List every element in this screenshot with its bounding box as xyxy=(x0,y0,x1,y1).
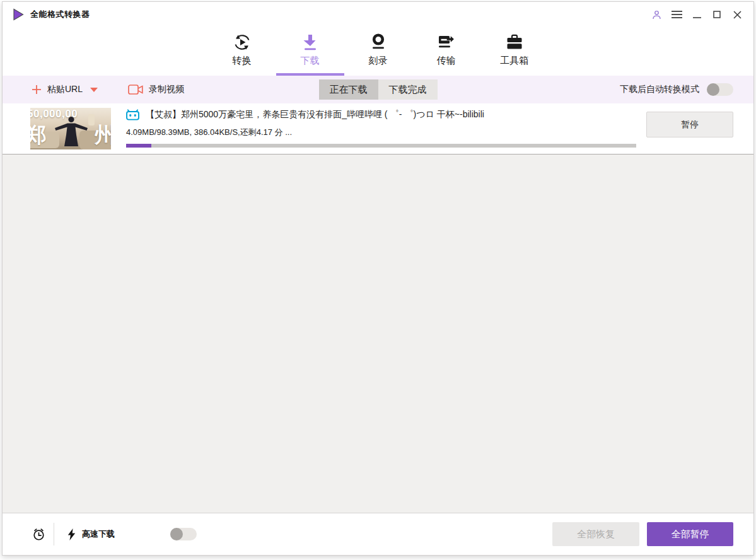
thumbnail-overlay-text: 州 xyxy=(95,121,111,149)
menu-icon[interactable] xyxy=(670,8,683,21)
lightning-icon xyxy=(67,528,76,540)
close-icon[interactable] xyxy=(731,8,743,21)
toolbox-icon xyxy=(505,33,524,53)
download-toolbar: 粘贴URL 录制视频 正在下载 下载完成 下载后自动转换模式 xyxy=(3,76,753,103)
high-speed-toggle[interactable] xyxy=(170,528,197,540)
download-state-tabs: 正在下载 下载完成 xyxy=(319,79,438,100)
paste-url-button[interactable]: 粘贴URL xyxy=(32,84,98,95)
maximize-icon[interactable] xyxy=(711,8,723,21)
toggle-knob xyxy=(170,528,183,540)
resume-all-button[interactable]: 全部恢复 xyxy=(552,522,639,546)
auto-convert-toggle[interactable] xyxy=(707,83,733,96)
download-stats: 4.09MB/98.39MB, 386.04KB/S,还剩4.17 分 ... xyxy=(126,127,636,138)
burn-icon xyxy=(369,33,388,53)
pause-button[interactable]: 暂停 xyxy=(646,112,733,137)
caret-down-icon[interactable] xyxy=(90,88,98,92)
tab-toolbox[interactable]: 工具箱 xyxy=(492,27,537,76)
transfer-icon xyxy=(437,33,456,53)
plus-icon xyxy=(32,85,42,95)
thumbnail-overlay-text: 郑 xyxy=(30,121,47,149)
tab-download-finished[interactable]: 下载完成 xyxy=(378,79,438,100)
tab-toolbox-label: 工具箱 xyxy=(500,55,528,67)
toggle-knob xyxy=(707,83,719,96)
app-logo-play-icon xyxy=(13,8,24,21)
record-video-label: 录制视频 xyxy=(149,84,184,95)
tab-convert-label: 转换 xyxy=(233,55,252,67)
minimize-icon[interactable] xyxy=(690,8,703,21)
progress-fill xyxy=(126,144,151,148)
tab-download-label: 下载 xyxy=(301,55,320,67)
tab-transfer-label: 传输 xyxy=(437,55,456,67)
user-icon[interactable] xyxy=(650,8,663,21)
tab-convert[interactable]: 转换 xyxy=(219,27,265,76)
camera-icon xyxy=(128,84,143,95)
auto-convert-label: 下载后自动转换模式 xyxy=(620,84,699,95)
download-item-info: 【艾叔】郑州5000万豪宅里，养条巨贵有没有排面_哔哩哔哩 ( ゜- ゜)つロ … xyxy=(126,103,636,154)
download-icon xyxy=(301,33,320,53)
tab-download[interactable]: 下载 xyxy=(288,27,333,76)
pause-all-button[interactable]: 全部暂停 xyxy=(647,522,733,546)
bilibili-tv-icon xyxy=(126,109,139,120)
auto-convert-group: 下载后自动转换模式 xyxy=(620,83,733,96)
title-bar: 全能格式转换器 xyxy=(3,2,753,27)
alarm-clock-icon[interactable] xyxy=(32,527,46,542)
thumbnail-person-silhouette xyxy=(49,116,93,146)
download-list-empty-area xyxy=(3,155,753,513)
paste-url-label: 粘贴URL xyxy=(47,84,83,95)
app-title: 全能格式转换器 xyxy=(30,9,90,20)
tab-transfer[interactable]: 传输 xyxy=(424,27,469,76)
footer-divider xyxy=(54,523,54,545)
tab-burn[interactable]: 刻录 xyxy=(356,27,401,76)
video-thumbnail: 50,000,00 郑 州 xyxy=(30,108,111,149)
main-nav: 转换 下载 刻录 传输 xyxy=(3,27,753,76)
download-item[interactable]: 50,000,00 郑 州 【艾叔】郑州5000万豪宅里，养条巨贵有没有排面_哔… xyxy=(3,103,753,155)
app-window: 全能格式转换器 xyxy=(2,1,754,556)
tab-downloading[interactable]: 正在下载 xyxy=(319,79,378,100)
download-title: 【艾叔】郑州5000万豪宅里，养条巨贵有没有排面_哔哩哔哩 ( ゜- ゜)つロ … xyxy=(146,109,484,120)
convert-icon xyxy=(233,33,252,53)
high-speed-label: 高速下载 xyxy=(82,528,115,540)
thumbnail-overlay-text: 50,000,00 xyxy=(30,108,78,120)
tab-burn-label: 刻录 xyxy=(369,55,388,67)
progress-bar xyxy=(126,144,636,148)
footer-bar: 高速下载 全部恢复 全部暂停 xyxy=(3,513,753,555)
record-video-button[interactable]: 录制视频 xyxy=(128,84,184,95)
window-controls xyxy=(650,8,743,21)
